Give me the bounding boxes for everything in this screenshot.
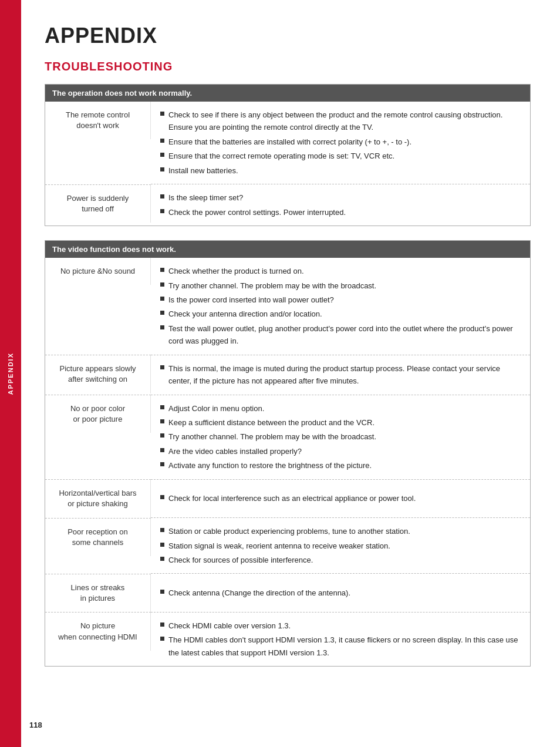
table-row: No or poor color or poor pictureAdjust C…: [45, 395, 531, 479]
bullet-text: Is the power cord inserted into wall pow…: [168, 294, 334, 306]
bullet-item: The HDMI cables don't support HDMI versi…: [160, 634, 521, 659]
row-label: Horizontal/vertical bars or picture shak…: [45, 479, 151, 517]
page-number: 118: [29, 721, 42, 729]
bullet-item: Are the video cables installed properly?: [160, 445, 521, 457]
row-content: Station or cable product experiencing pr…: [151, 518, 531, 574]
bullet-text: Check the power control settings. Power …: [168, 206, 346, 218]
sidebar-label: APPENDIX: [7, 352, 14, 395]
row-label: Lines or streaks in pictures: [45, 574, 151, 612]
bullet-text: This is normal, the image is muted durin…: [168, 362, 521, 388]
bullet-text: Check your antenna direction and/or loca…: [168, 308, 322, 320]
bullet-icon: [160, 622, 164, 627]
bullet-text: Try another channel. The problem may be …: [168, 280, 376, 292]
bullet-item: Try another channel. The problem may be …: [160, 430, 521, 443]
table-row: No picture when connecting HDMICheck HDM…: [45, 612, 531, 666]
bullet-icon: [160, 637, 164, 641]
bullet-text: Install new batteries.: [168, 164, 238, 177]
bullet-item: Is the power cord inserted into wall pow…: [160, 294, 521, 306]
bullet-icon: [160, 194, 164, 198]
table-row: Horizontal/vertical bars or picture shak…: [45, 479, 531, 517]
bullet-icon: [160, 112, 164, 116]
table-video: The video function does not work. No pic…: [45, 240, 531, 667]
bullet-item: Adjust Color in menu option.: [160, 402, 521, 415]
row-content: This is normal, the image is muted durin…: [151, 355, 531, 395]
row-content: Is the sleep timer set?Check the power c…: [151, 184, 531, 226]
bullet-item: Install new batteries.: [160, 164, 521, 177]
bullet-icon: [160, 268, 164, 272]
bullet-icon: [160, 311, 164, 315]
bullet-item: Test the wall power outlet, plug another…: [160, 322, 521, 348]
bullet-item: Keep a sufficient distance between the p…: [160, 416, 521, 429]
bullet-icon: [160, 557, 164, 561]
table-operation: The operation does not work normally. Th…: [45, 84, 531, 226]
bullet-item: Activate any function to restore the bri…: [160, 459, 521, 472]
bullet-item: Check to see if there is any object betw…: [160, 109, 521, 134]
row-content: Check for local interference such as an …: [151, 479, 531, 517]
row-content: Check to see if there is any object betw…: [151, 102, 531, 184]
table-row: The remote control doesn't workCheck to …: [45, 102, 531, 184]
row-label: Poor reception on some channels: [45, 518, 151, 556]
main-content: APPENDIX TROUBLESHOOTING The operation d…: [21, 0, 560, 747]
bullet-item: Ensure that the correct remote operating…: [160, 150, 521, 162]
bullet-icon: [160, 325, 164, 329]
bullet-text: Check antenna (Change the direction of t…: [168, 587, 350, 599]
row-label: No picture when connecting HDMI: [45, 612, 151, 650]
table-row: Power is suddenly turned offIs the sleep…: [45, 184, 531, 226]
table1-header: The operation does not work normally.: [45, 85, 531, 102]
bullet-text: Are the video cables installed properly?: [168, 445, 302, 457]
row-content: Adjust Color in menu option.Keep a suffi…: [151, 395, 531, 479]
bullet-text: Try another channel. The problem may be …: [168, 430, 376, 443]
bullet-text: Check for sources of possible interferen…: [168, 554, 313, 566]
bullet-item: This is normal, the image is muted durin…: [160, 362, 521, 388]
bullet-text: Station or cable product experiencing pr…: [168, 525, 410, 537]
bullet-text: Activate any function to restore the bri…: [168, 459, 372, 472]
bullet-text: Ensure that the correct remote operating…: [168, 150, 394, 162]
bullet-item: Check antenna (Change the direction of t…: [160, 587, 521, 599]
bullet-item: Is the sleep timer set?: [160, 191, 521, 204]
row-content: Check antenna (Change the direction of t…: [151, 574, 531, 612]
bullet-icon: [160, 282, 164, 287]
bullet-item: Check for local interference such as an …: [160, 492, 521, 504]
table2-header: The video function does not work.: [45, 241, 531, 258]
bullet-icon: [160, 433, 164, 438]
bullet-text: Test the wall power outlet, plug another…: [168, 322, 521, 348]
bullet-item: Check the power control settings. Power …: [160, 206, 521, 218]
bullet-item: Try another channel. The problem may be …: [160, 280, 521, 292]
row-content: Check whether the product is turned on.T…: [151, 258, 531, 355]
bullet-icon: [160, 495, 164, 499]
bullet-icon: [160, 462, 164, 466]
bullet-icon: [160, 448, 164, 452]
bullet-text: The HDMI cables don't support HDMI versi…: [168, 634, 521, 659]
bullet-icon: [160, 153, 164, 157]
bullet-item: Check your antenna direction and/or loca…: [160, 308, 521, 320]
page-title: APPENDIX: [45, 23, 531, 48]
bullet-icon: [160, 365, 164, 369]
row-label: The remote control doesn't work: [45, 102, 151, 139]
bullet-item: Ensure that the batteries are installed …: [160, 136, 521, 148]
page: APPENDIX APPENDIX TROUBLESHOOTING The op…: [0, 0, 560, 747]
bullet-icon: [160, 543, 164, 547]
table-row: Poor reception on some channelsStation o…: [45, 518, 531, 574]
bullet-text: Station signal is weak, reorient antenna…: [168, 540, 390, 552]
bullet-text: Adjust Color in menu option.: [168, 402, 264, 415]
bullet-text: Ensure that the batteries are installed …: [168, 136, 411, 148]
bullet-item: Check for sources of possible interferen…: [160, 554, 521, 566]
bullet-text: Check HDMI cable over version 1.3.: [168, 620, 291, 632]
bullet-item: Check whether the product is turned on.: [160, 265, 521, 277]
bullet-icon: [160, 139, 164, 143]
bullet-text: Check whether the product is turned on.: [168, 265, 304, 277]
bullet-text: Check to see if there is any object betw…: [168, 109, 521, 134]
bullet-text: Is the sleep timer set?: [168, 191, 243, 204]
row-label: Picture appears slowly after switching o…: [45, 355, 151, 393]
row-label: Power is suddenly turned off: [45, 184, 151, 223]
bullet-item: Station or cable product experiencing pr…: [160, 525, 521, 537]
table-row: Lines or streaks in picturesCheck antenn…: [45, 574, 531, 612]
row-label: No picture &No sound: [45, 258, 151, 285]
bullet-icon: [160, 405, 164, 409]
bullet-icon: [160, 209, 164, 213]
section-title: TROUBLESHOOTING: [45, 60, 531, 73]
bullet-text: Keep a sufficient distance between the p…: [168, 416, 375, 429]
row-content: Check HDMI cable over version 1.3.The HD…: [151, 612, 531, 666]
row-label: No or poor color or poor picture: [45, 395, 151, 433]
bullet-item: Check HDMI cable over version 1.3.: [160, 620, 521, 632]
